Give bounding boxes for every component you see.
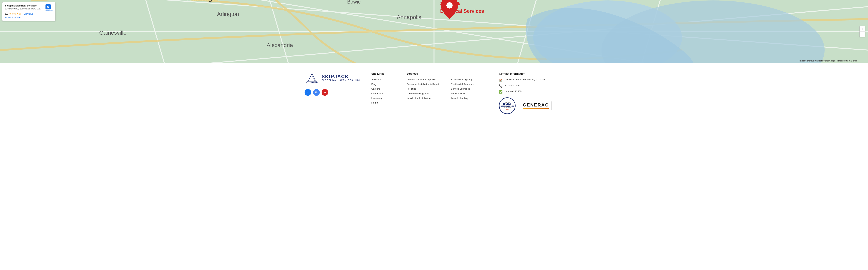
badge-highly: HIGHLY <box>503 103 511 105</box>
contact-phone-item: 📞 443-871-2346 <box>499 84 552 88</box>
rating-stars: ★★★★★ <box>9 12 21 15</box>
contact-address-item: 🏠 126 Mayo Road, Edgewater, MD 21037 <box>499 78 552 82</box>
logo-text-block: SKIPJACK ELECTRICAL SERVICES, INC <box>321 74 360 81</box>
highly-recommended-badge: We're HIGHLY RECOMMENDED By Locals on An… <box>499 98 516 114</box>
map-address: 126 Mayo Rd, Edgewater, MD 21037 <box>5 7 41 10</box>
svg-text:Annapolis: Annapolis <box>397 14 421 20</box>
nav-link-financing[interactable]: Financing <box>371 97 395 100</box>
service-link-hot-tubs[interactable]: Hot Tubs <box>406 87 443 90</box>
svg-text:Alexandria: Alexandria <box>267 42 293 48</box>
footer-services-col1: Services Commercial Tenant Spaces Genera… <box>406 72 443 114</box>
nav-link-careers[interactable]: Careers <box>371 87 395 90</box>
zoom-out-button[interactable]: − <box>860 31 865 37</box>
footer-logo-column: SKIPJACK ELECTRICAL SERVICES, INC f G ✱ <box>305 72 360 114</box>
svg-point-27 <box>446 2 453 8</box>
generac-orange-bar <box>523 108 549 109</box>
generac-text: GENERAC <box>523 102 549 108</box>
rating-number: 5.0 <box>5 12 8 15</box>
badges-row: We're HIGHLY RECOMMENDED By Locals on An… <box>499 98 552 114</box>
map-info-box: Skipjack Electrical Services 126 Mayo Rd… <box>2 2 56 21</box>
contact-address: 126 Mayo Road, Edgewater, MD 21037 <box>504 78 547 81</box>
phone-icon: 📞 <box>499 84 503 88</box>
service-link-main-panel[interactable]: Main Panel Upgrades <box>406 92 443 95</box>
address-icon: 🏠 <box>499 78 503 82</box>
map-zoom-controls: + − <box>860 26 865 37</box>
svg-text:Arlington: Arlington <box>217 11 239 17</box>
nav-link-blog[interactable]: Blog <box>371 83 395 85</box>
footer-contact-column: Contact Information 🏠 126 Mayo Road, Edg… <box>499 72 552 114</box>
license-icon: ✅ <box>499 90 503 94</box>
footer: SKIPJACK ELECTRICAL SERVICES, INC f G ✱ … <box>0 63 868 122</box>
service-link-commercial-tenant[interactable]: Commercial Tenant Spaces <box>406 78 443 81</box>
google-icon[interactable]: G <box>313 89 320 96</box>
facebook-icon[interactable]: f <box>305 89 311 96</box>
badge-angi: Angi <box>505 108 509 110</box>
nav-link-about-us[interactable]: About Us <box>371 78 395 81</box>
svg-text:Bowie: Bowie <box>347 0 361 5</box>
svg-text:Gainesville: Gainesville <box>99 30 126 36</box>
yelp-icon[interactable]: ✱ <box>321 89 328 96</box>
service-link-residential-lighting[interactable]: Residential Lighting <box>451 78 488 81</box>
contact-phone: 443-871-2346 <box>504 84 520 87</box>
services-title: Services <box>406 72 443 75</box>
map-section: Washington Arlington Alexandria Bethesda… <box>0 0 868 63</box>
directions-link[interactable]: Directions <box>44 9 53 12</box>
nav-link-contact-us[interactable]: Contact Us <box>371 92 395 95</box>
logo-sub-text: ELECTRICAL SERVICES, INC <box>321 79 360 81</box>
generac-logo: GENERAC <box>520 101 552 110</box>
badge-by-locals: By Locals on <box>504 107 511 108</box>
footer-services-col2: Services Residential Lighting Residentia… <box>451 72 488 114</box>
map-business-name: Skipjack Electrical Services <box>5 4 41 7</box>
badge-recommended: RECOMMENDED <box>501 105 514 107</box>
service-link-service-upgrades[interactable]: Service Upgrades <box>451 87 488 90</box>
company-logo-icon <box>305 72 319 83</box>
view-larger-map-link[interactable]: View larger map <box>5 16 53 19</box>
contact-title: Contact Information <box>499 72 552 75</box>
footer-services-section: Services Commercial Tenant Spaces Genera… <box>406 72 488 114</box>
contact-license: License# 13500 <box>504 90 522 93</box>
service-link-residential-remodels[interactable]: Residential Remodels <box>451 83 488 85</box>
svg-text:Washington: Washington <box>186 0 222 2</box>
logo-main-text: SKIPJACK <box>321 74 360 79</box>
footer-site-links-column: Site Links About Us Blog Careers Contact… <box>371 72 395 114</box>
reviews-link[interactable]: 41 reviews <box>22 12 33 15</box>
map-footer-credits: Keyboard shortcuts Map data ©2024 Google… <box>799 60 857 62</box>
logo-container: SKIPJACK ELECTRICAL SERVICES, INC <box>305 72 360 83</box>
service-link-residential-installation[interactable]: Residential Installation <box>406 97 443 100</box>
directions-icon <box>45 4 51 9</box>
service-link-troubleshooting[interactable]: Troubleshooting <box>451 97 488 100</box>
site-links-title: Site Links <box>371 72 395 75</box>
social-icons-group: f G ✱ <box>305 89 328 96</box>
nav-link-home[interactable]: Home <box>371 101 395 104</box>
service-link-generator[interactable]: Generator Installation & Repair <box>406 83 443 85</box>
service-link-service-work[interactable]: Service Work <box>451 92 488 95</box>
zoom-in-button[interactable]: + <box>860 26 865 31</box>
contact-license-item: ✅ License# 13500 <box>499 90 552 94</box>
